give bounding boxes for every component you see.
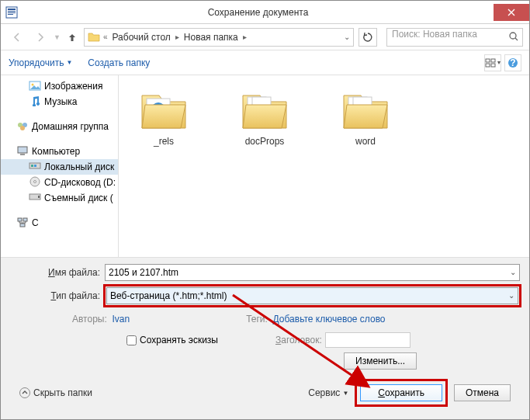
tree-item-homegroup[interactable]: Домашняя группа: [1, 119, 118, 134]
hide-folders-button[interactable]: Скрыть папки: [19, 387, 92, 398]
svg-point-5: [510, 33, 516, 39]
filetype-select[interactable]: Веб-страница (*.htm;*.html)⌄: [106, 287, 518, 304]
svg-rect-4: [8, 14, 13, 15]
footer: Скрыть папки Сервис ▼ Сохранить Отмена: [10, 374, 520, 411]
help-button[interactable]: ?: [504, 54, 521, 71]
back-button[interactable]: [7, 27, 27, 47]
arrow-right-icon: [35, 32, 46, 43]
chevron-down-icon: ▼: [342, 390, 348, 397]
view-options-button[interactable]: ▾: [484, 54, 501, 71]
arrow-left-icon: [12, 32, 23, 43]
music-icon: [29, 95, 41, 108]
folder-icon: [338, 88, 393, 133]
file-list[interactable]: _rels docProps word: [119, 75, 529, 257]
svg-rect-26: [18, 218, 22, 221]
breadcrumb-item[interactable]: Рабочий стол: [110, 32, 171, 43]
refresh-icon: [362, 32, 373, 43]
tree-item-music[interactable]: Музыка: [1, 94, 118, 109]
folder-label: word: [355, 136, 376, 147]
toolbar: Упорядочить ▼ Создать папку ▾ ?: [1, 50, 529, 75]
search-placeholder: Поиск: Новая папка: [392, 29, 477, 40]
window-title: Сохранение документа: [23, 7, 494, 18]
tree-item-cd[interactable]: CD-дисковод (D:: [1, 175, 118, 190]
svg-rect-1: [8, 9, 16, 10]
recent-dropdown-icon[interactable]: ▼: [54, 33, 61, 41]
svg-rect-9: [491, 64, 495, 67]
filetype-label: Тип файла:: [10, 290, 100, 301]
chevron-down-icon: ⌄: [510, 268, 516, 276]
svg-rect-17: [18, 147, 27, 153]
arrow-up-icon: [67, 32, 78, 43]
chevron-right-icon: ▸: [174, 33, 181, 41]
add-tags-link[interactable]: Добавьте ключевое слово: [273, 314, 386, 325]
author-value[interactable]: Ivan: [112, 314, 130, 325]
svg-point-35: [20, 388, 30, 398]
folder-item[interactable]: _rels: [125, 88, 203, 147]
chevron-down-icon: ▼: [66, 59, 72, 66]
authors-label: Авторы:: [72, 314, 107, 325]
search-icon: [508, 31, 519, 44]
drive-icon: [29, 161, 41, 173]
svg-point-23: [34, 181, 36, 183]
svg-point-13: [32, 84, 34, 86]
folder-item[interactable]: word: [327, 88, 404, 147]
folder-icon: [237, 88, 293, 133]
nav-tree: Изображения Музыка Домашняя группа Компь…: [1, 75, 119, 257]
view-icon: [485, 58, 496, 68]
up-button[interactable]: [64, 29, 81, 46]
folder-icon: [136, 88, 192, 133]
titlebar: Сохранение документа: [1, 1, 529, 24]
filename-input[interactable]: 2105 и 2107.htm⌄: [105, 264, 520, 281]
chevron-down-icon: ▾: [497, 59, 501, 66]
cd-icon: [29, 176, 41, 189]
chevron-up-icon: [19, 387, 30, 398]
filename-label: Имя файла:: [10, 267, 100, 278]
change-button[interactable]: Изменить...: [344, 352, 417, 370]
folder-label: _rels: [154, 136, 174, 147]
save-button[interactable]: Сохранить: [360, 384, 442, 401]
svg-rect-7: [491, 59, 495, 62]
service-button[interactable]: Сервис ▼: [308, 387, 348, 398]
svg-point-16: [20, 126, 25, 130]
breadcrumb-dropdown-icon[interactable]: ⌄: [344, 33, 350, 41]
usb-drive-icon: [29, 192, 41, 204]
breadcrumb-item[interactable]: Новая папка: [182, 32, 240, 43]
svg-rect-6: [486, 59, 490, 62]
new-folder-button[interactable]: Создать папку: [88, 57, 150, 68]
svg-text:?: ?: [510, 57, 515, 68]
svg-rect-20: [31, 165, 33, 167]
svg-rect-28: [20, 224, 25, 227]
heading-label: Заголовок:: [275, 335, 322, 345]
chevron-right-icon: ▸: [241, 33, 248, 41]
chevron-icon: «: [102, 33, 109, 41]
tree-item-network[interactable]: С: [1, 215, 118, 231]
tree-item-computer[interactable]: Компьютер: [1, 144, 118, 159]
folder-item[interactable]: docProps: [226, 88, 303, 147]
tree-item-removable[interactable]: Съемный диск (: [1, 190, 118, 206]
svg-rect-25: [38, 196, 40, 198]
close-button[interactable]: [494, 4, 529, 21]
save-thumbnails-checkbox[interactable]: [126, 335, 137, 345]
refresh-button[interactable]: [359, 28, 377, 47]
network-icon: [16, 217, 29, 229]
organize-button[interactable]: Упорядочить ▼: [9, 57, 72, 68]
nav-row: ▼ « Рабочий стол ▸ Новая папка ▸ ⌄ Поиск…: [1, 24, 529, 50]
breadcrumb[interactable]: « Рабочий стол ▸ Новая папка ▸ ⌄: [84, 28, 354, 47]
bottom-panel: Имя файла: 2105 и 2107.htm⌄ Тип файла: В…: [1, 257, 529, 419]
close-icon: [507, 9, 515, 16]
save-thumbnails-label: Сохранять эскизы: [140, 335, 218, 345]
folder-label: docProps: [245, 136, 285, 147]
tree-item-localdisk[interactable]: Локальный диск: [1, 159, 118, 175]
tags-label: Теги:: [246, 314, 268, 325]
heading-input[interactable]: [325, 332, 410, 348]
forward-button[interactable]: [30, 27, 50, 47]
computer-icon: [16, 145, 29, 158]
svg-rect-2: [8, 11, 16, 12]
svg-rect-18: [20, 154, 25, 155]
search-input[interactable]: Поиск: Новая папка: [386, 28, 523, 47]
svg-rect-8: [486, 64, 490, 67]
svg-rect-3: [8, 12, 16, 13]
homegroup-icon: [16, 120, 29, 133]
tree-item-images[interactable]: Изображения: [1, 78, 118, 94]
cancel-button[interactable]: Отмена: [454, 384, 511, 401]
